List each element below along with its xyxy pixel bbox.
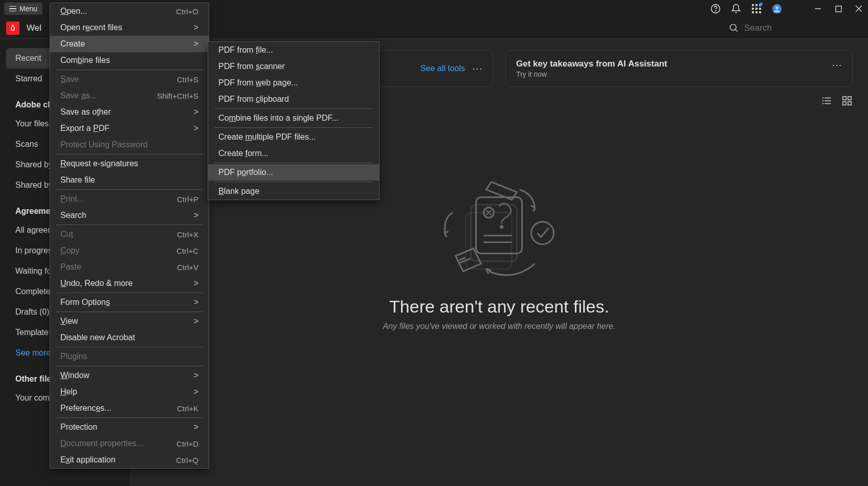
- menu-separator: [56, 366, 203, 366]
- svg-rect-5: [752, 8, 754, 10]
- svg-point-17: [730, 24, 737, 30]
- apps-icon[interactable]: [751, 4, 762, 14]
- submenu-item-pdf-portfolio[interactable]: PDF portfolio...: [208, 164, 379, 181]
- menu-item-form-options[interactable]: Form Options>: [50, 294, 209, 311]
- menu-item-open[interactable]: Open...Ctrl+O: [50, 3, 209, 19]
- menu-shortcut: Ctrl+V: [177, 263, 198, 272]
- menu-item-search[interactable]: Search>: [50, 207, 209, 224]
- submenu-item-blank-page[interactable]: Blank page: [208, 183, 379, 200]
- svg-rect-25: [843, 97, 846, 100]
- menu-shortcut: Ctrl+O: [176, 7, 198, 16]
- submenu-item-label: Blank page: [218, 187, 259, 196]
- list-view-icon[interactable]: [821, 95, 832, 108]
- menu-item-label: Save as other: [60, 107, 111, 117]
- menu-item-open-recent-files[interactable]: Open recent files>: [50, 19, 209, 36]
- menu-shortcut: Ctrl+D: [176, 439, 198, 448]
- svg-rect-26: [848, 97, 851, 100]
- svg-rect-3: [755, 4, 758, 6]
- submenu-item-create-multiple-pdf-files[interactable]: Create multiple PDF files...: [208, 129, 379, 145]
- menu-separator: [56, 154, 203, 154]
- submenu-item-pdf-from-clipboard[interactable]: PDF from clipboard: [208, 91, 379, 107]
- menu-item-protection[interactable]: Protection>: [50, 419, 209, 435]
- svg-rect-4: [759, 4, 761, 6]
- svg-point-36: [531, 222, 554, 244]
- main-menu: Open...Ctrl+OOpen recent files>Create>Co…: [50, 3, 209, 469]
- menu-item-label: Exit application: [60, 455, 116, 465]
- acrobat-logo: [6, 21, 19, 35]
- svg-point-31: [501, 226, 503, 228]
- menu-item-undo-redo-more[interactable]: Undo, Redo & more>: [50, 275, 209, 292]
- menu-item-request-e-signatures[interactable]: Request e-signatures: [50, 156, 209, 172]
- chevron-right-icon: >: [194, 23, 198, 32]
- submenu-separator: [214, 163, 373, 163]
- minimize-icon[interactable]: [813, 4, 823, 14]
- bell-icon[interactable]: [731, 4, 741, 14]
- card-ai-assistant[interactable]: Get key takeaways from AI Assistant Try …: [505, 50, 853, 87]
- menu-item-label: Disable new Acrobat: [60, 333, 135, 342]
- tab-welcome[interactable]: Wel: [27, 23, 41, 33]
- search-icon: [729, 23, 739, 33]
- close-icon[interactable]: [854, 4, 864, 14]
- menu-item-save-as-other[interactable]: Save as other>: [50, 104, 209, 120]
- submenu-item-create-form[interactable]: Create form...: [208, 145, 379, 162]
- submenu-item-pdf-from-web-page[interactable]: PDF from web page...: [208, 75, 379, 91]
- empty-subtitle: Any files you've viewed or worked with r…: [383, 321, 616, 330]
- svg-rect-21: [822, 100, 824, 101]
- menu-item-label: Save: [60, 75, 79, 84]
- menu-item-help[interactable]: Help>: [50, 384, 209, 400]
- menu-item-window[interactable]: Window>: [50, 367, 209, 384]
- menu-item-document-properties: Document properties...Ctrl+D: [50, 435, 209, 452]
- svg-rect-7: [759, 8, 761, 10]
- submenu-item-pdf-from-scanner[interactable]: PDF from scanner: [208, 58, 379, 75]
- search-box[interactable]: [729, 23, 847, 33]
- svg-rect-10: [759, 11, 761, 13]
- menu-item-plugins: Plugins: [50, 348, 209, 365]
- svg-point-1: [716, 11, 716, 11]
- menu-item-label: Request e-signatures: [60, 159, 138, 168]
- submenu-item-label: PDF from file...: [218, 46, 273, 55]
- menu-item-create[interactable]: Create>: [50, 36, 209, 52]
- menu-item-copy: CopyCtrl+C: [50, 242, 209, 259]
- menu-item-label: Share file: [60, 175, 95, 185]
- menu-item-print: Print...Ctrl+P: [50, 191, 209, 207]
- menu-item-combine-files[interactable]: Combine files: [50, 52, 209, 69]
- svg-point-12: [775, 6, 779, 10]
- submenu-item-label: Create multiple PDF files...: [218, 132, 316, 142]
- menu-item-label: Undo, Redo & more: [60, 279, 132, 288]
- submenu-item-label: PDF from scanner: [218, 62, 285, 71]
- menu-button[interactable]: Menu: [4, 3, 42, 15]
- grid-view-icon[interactable]: [841, 95, 853, 108]
- menu-item-share-file[interactable]: Share file: [50, 172, 209, 188]
- menu-shortcut: Ctrl+S: [177, 75, 198, 84]
- menu-item-preferences[interactable]: Preferences...Ctrl+K: [50, 400, 209, 416]
- menu-item-cut: CutCtrl+X: [50, 226, 209, 242]
- help-icon[interactable]: [710, 4, 721, 14]
- see-all-tools-link[interactable]: See all tools: [420, 64, 465, 73]
- maximize-icon[interactable]: [833, 4, 843, 14]
- svg-rect-6: [755, 8, 758, 10]
- submenu-item-combine-files-into-a-single-pdf[interactable]: Combine files into a single PDF...: [208, 110, 379, 126]
- menu-item-protect-using-password: Protect Using Password: [50, 137, 209, 153]
- menu-item-exit-application[interactable]: Exit applicationCtrl+Q: [50, 452, 209, 468]
- menu-item-save-as: Save as...Shift+Ctrl+S: [50, 87, 209, 104]
- menu-separator: [56, 347, 203, 347]
- menu-item-label: Document properties...: [60, 439, 143, 448]
- empty-state: There aren't any recent files. Any files…: [383, 176, 616, 330]
- menu-item-label: Combine files: [60, 56, 110, 65]
- submenu-item-pdf-from-file[interactable]: PDF from file...: [208, 42, 379, 58]
- card-assistant-more-icon[interactable]: ⋯: [832, 59, 842, 71]
- search-input[interactable]: [744, 23, 847, 33]
- svg-rect-2: [752, 4, 754, 6]
- submenu-item-label: Combine files into a single PDF...: [218, 114, 339, 123]
- svg-rect-14: [836, 6, 841, 12]
- menu-item-disable-new-acrobat[interactable]: Disable new Acrobat: [50, 329, 209, 346]
- create-submenu: PDF from file...PDF from scannerPDF from…: [208, 41, 380, 200]
- profile-avatar[interactable]: [772, 4, 782, 14]
- menu-item-export-a-pdf[interactable]: Export a PDF>: [50, 120, 209, 137]
- card-more-icon[interactable]: ⋯: [472, 62, 482, 75]
- menu-item-view[interactable]: View>: [50, 313, 209, 329]
- svg-rect-9: [755, 11, 758, 13]
- menu-item-label: Copy: [60, 246, 79, 255]
- menu-item-label: Export a PDF: [60, 124, 109, 133]
- chevron-right-icon: >: [194, 371, 198, 380]
